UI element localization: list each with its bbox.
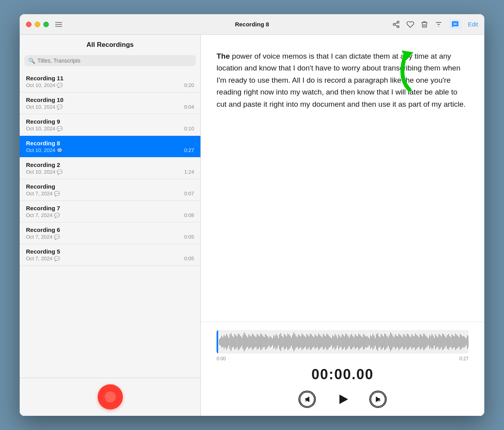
recording-meta: Oct 7, 2024 💬 [26, 234, 60, 240]
window-title: Recording 8 [235, 21, 269, 28]
recordings-list: Recording 11 Oct 10, 2024 💬 0:20 Recordi… [20, 71, 200, 378]
search-bar[interactable]: 🔍 [24, 55, 196, 66]
share-icon [392, 20, 400, 28]
recording-duration: 0:08 [184, 212, 194, 218]
recording-item[interactable]: Recording 11 Oct 10, 2024 💬 0:20 [20, 71, 200, 93]
recording-meta: Oct 10, 2024 💬 [26, 82, 63, 88]
recording-item[interactable]: Recording 8 Oct 10, 2024 💬 0:27 [20, 136, 200, 158]
transcript-area: The power of voice memos is that I can d… [201, 35, 484, 322]
transcript-badge-icon: 💬 [57, 148, 63, 153]
main-content: The power of voice memos is that I can d… [201, 35, 484, 416]
trash-icon [421, 20, 428, 28]
recording-meta: Oct 10, 2024 💬 [26, 169, 63, 175]
transcript-text: The power of voice memos is that I can d… [217, 50, 469, 110]
playback-time-display: 00:00.00 [217, 366, 469, 383]
recording-duration: 0:20 [184, 82, 194, 88]
recording-date: Oct 10, 2024 [26, 169, 55, 175]
recording-item[interactable]: Recording 2 Oct 10, 2024 💬 1:24 [20, 158, 200, 179]
transcript-badge-icon: 💬 [54, 213, 60, 218]
minimize-button[interactable] [35, 22, 40, 27]
recording-item-row: Recording 2 [26, 161, 194, 168]
recording-item-row: Recording 6 [26, 226, 194, 233]
transcript-badge-icon: 💬 [57, 104, 63, 110]
share-button[interactable] [392, 20, 400, 28]
recording-meta: Oct 7, 2024 💬 [26, 191, 60, 196]
recording-item-row: Recording 8 [26, 140, 194, 146]
skip-back-icon: 15 [299, 391, 315, 408]
content-area: All Recordings 🔍 Recording 11 Oct 10, 20… [20, 35, 484, 416]
recording-item-row: Recording 7 [26, 205, 194, 211]
maximize-button[interactable] [43, 22, 49, 27]
skip-forward-button[interactable]: 15 [369, 391, 387, 408]
transcript-button[interactable] [449, 19, 461, 30]
waveform-container[interactable] [217, 330, 469, 354]
recording-item[interactable]: Recording 6 Oct 7, 2024 💬 0:05 [20, 222, 200, 244]
recording-meta-row: Oct 7, 2024 💬 0:05 [26, 234, 194, 240]
heart-icon [406, 20, 414, 28]
sidebar-toggle-icon [55, 22, 66, 27]
waveform-progress [217, 330, 218, 354]
transcript-badge-icon: 💬 [54, 191, 60, 196]
time-total: 0:27 [460, 356, 469, 361]
recording-item-row: Recording 9 [26, 118, 194, 125]
recording-title: Recording 7 [26, 205, 60, 211]
svg-marker-6 [339, 395, 348, 404]
skip-back-button[interactable]: 15 [298, 391, 316, 408]
filter-icon [435, 20, 443, 28]
recording-item[interactable]: Recording 7 Oct 7, 2024 💬 0:08 [20, 201, 200, 222]
transcript-badge-icon: 💬 [54, 234, 60, 240]
traffic-lights [26, 22, 49, 27]
recording-date: Oct 7, 2024 [26, 191, 52, 196]
recording-duration: 0:27 [184, 147, 194, 153]
sidebar-toggle-button[interactable] [55, 20, 66, 28]
transcript-badge-icon: 💬 [57, 169, 63, 175]
sidebar: All Recordings 🔍 Recording 11 Oct 10, 20… [20, 35, 201, 416]
recording-meta: Oct 7, 2024 💬 [26, 256, 60, 261]
playback-controls: 15 15 [217, 391, 469, 408]
settings-button[interactable] [435, 20, 443, 28]
close-button[interactable] [26, 22, 32, 27]
recording-duration: 1:24 [184, 169, 194, 175]
recording-meta: Oct 10, 2024 💬 [26, 104, 63, 110]
recording-meta: Oct 10, 2024 💬 [26, 126, 63, 132]
record-button[interactable] [98, 384, 123, 410]
recording-duration: 0:10 [184, 126, 194, 132]
transcript-badge-icon: 💬 [57, 83, 63, 88]
recording-date: Oct 7, 2024 [26, 256, 52, 261]
recording-item-row: Recording [26, 183, 194, 190]
favorite-button[interactable] [406, 20, 414, 28]
transcript-bold-word: The [217, 52, 230, 60]
recording-meta-row: Oct 7, 2024 💬 0:07 [26, 191, 194, 196]
recording-date: Oct 7, 2024 [26, 212, 52, 218]
recording-meta-row: Oct 10, 2024 💬 0:04 [26, 104, 194, 110]
skip-forward-icon: 15 [370, 391, 386, 408]
recording-item[interactable]: Recording 10 Oct 10, 2024 💬 0:04 [20, 93, 200, 114]
recording-meta-row: Oct 10, 2024 💬 0:20 [26, 82, 194, 88]
recording-item-row: Recording 10 [26, 96, 194, 103]
recording-item[interactable]: Recording 9 Oct 10, 2024 💬 0:10 [20, 114, 200, 136]
search-icon: 🔍 [28, 57, 35, 64]
time-current: 0:00 [217, 356, 226, 361]
recording-item-row: Recording 5 [26, 248, 194, 255]
recording-title: Recording 11 [26, 75, 63, 82]
recording-title: Recording 10 [26, 96, 63, 103]
sidebar-header: All Recordings [20, 35, 200, 52]
recording-date: Oct 7, 2024 [26, 234, 52, 240]
play-button[interactable] [335, 391, 350, 407]
audio-player: 0:00 0:27 00:00.00 15 [201, 322, 484, 416]
recording-title: Recording [26, 183, 55, 190]
transcript-icon [451, 20, 459, 28]
recording-title: Recording 2 [26, 161, 60, 168]
recording-title: Recording 8 [26, 140, 60, 146]
recording-meta: Oct 10, 2024 💬 [26, 147, 63, 153]
search-input[interactable] [37, 57, 192, 64]
recording-item[interactable]: Recording 5 Oct 7, 2024 💬 0:05 [20, 244, 200, 266]
delete-button[interactable] [421, 20, 428, 28]
edit-button[interactable]: Edit [468, 21, 478, 28]
sidebar-footer [20, 378, 200, 416]
recording-item[interactable]: Recording Oct 7, 2024 💬 0:07 [20, 179, 200, 201]
recording-date: Oct 10, 2024 [26, 147, 55, 153]
recording-title: Recording 6 [26, 226, 60, 233]
recording-date: Oct 10, 2024 [26, 104, 55, 110]
recording-duration: 0:05 [184, 234, 194, 240]
